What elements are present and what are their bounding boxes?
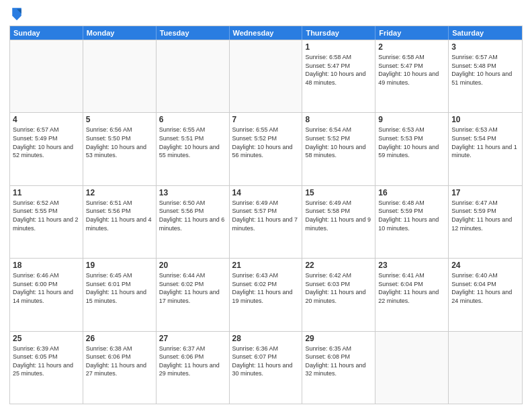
day-number: 28 [232, 334, 300, 343]
day-number: 12 [86, 188, 153, 197]
sunrise-text: Sunrise: 6:36 AM [232, 345, 300, 353]
sunrise-text: Sunrise: 6:46 AM [13, 271, 80, 280]
sunset-text: Sunset: 5:53 PM [378, 134, 445, 143]
header-day-monday: Monday [83, 26, 157, 40]
day-number: 18 [13, 261, 80, 270]
sunset-text: Sunset: 5:54 PM [451, 134, 519, 143]
calendar-header: SundayMondayTuesdayWednesdayThursdayFrid… [10, 26, 522, 40]
sunset-text: Sunset: 5:52 PM [232, 134, 300, 143]
sunrise-text: Sunrise: 6:41 AM [378, 271, 445, 280]
day-number: 27 [159, 334, 226, 343]
header-day-sunday: Sunday [10, 26, 83, 40]
daylight-text: Daylight: 10 hours and 56 minutes. [232, 143, 300, 160]
sunrise-text: Sunrise: 6:42 AM [305, 271, 372, 280]
sunrise-text: Sunrise: 6:55 AM [232, 126, 300, 134]
day-cell-26: 26Sunrise: 6:38 AMSunset: 6:06 PMDayligh… [83, 332, 157, 404]
header-day-friday: Friday [375, 26, 449, 40]
empty-cell [157, 40, 230, 112]
sunrise-text: Sunrise: 6:58 AM [378, 53, 445, 62]
daylight-text: Daylight: 11 hours and 25 minutes. [13, 361, 80, 378]
daylight-text: Daylight: 10 hours and 59 minutes. [378, 143, 445, 160]
day-cell-20: 20Sunrise: 6:44 AMSunset: 6:02 PMDayligh… [157, 259, 230, 330]
sunrise-text: Sunrise: 6:57 AM [451, 53, 519, 62]
day-cell-11: 11Sunrise: 6:52 AMSunset: 5:55 PMDayligh… [10, 186, 83, 258]
day-number: 17 [451, 188, 519, 197]
daylight-text: Daylight: 11 hours and 10 minutes. [378, 216, 445, 232]
day-info: Sunrise: 6:37 AMSunset: 6:06 PMDaylight:… [159, 345, 226, 378]
day-number: 15 [305, 188, 372, 197]
day-cell-2: 2Sunrise: 6:58 AMSunset: 5:47 PMDaylight… [375, 40, 449, 112]
day-number: 13 [159, 188, 226, 197]
sunrise-text: Sunrise: 6:39 AM [13, 345, 80, 353]
day-cell-29: 29Sunrise: 6:35 AMSunset: 6:08 PMDayligh… [302, 332, 375, 404]
daylight-text: Daylight: 11 hours and 17 minutes. [159, 288, 226, 305]
sunset-text: Sunset: 5:47 PM [305, 62, 372, 71]
day-number: 5 [86, 115, 153, 124]
day-cell-9: 9Sunrise: 6:53 AMSunset: 5:53 PMDaylight… [375, 113, 449, 185]
day-cell-4: 4Sunrise: 6:57 AMSunset: 5:49 PMDaylight… [10, 113, 83, 185]
sunrise-text: Sunrise: 6:51 AM [86, 199, 153, 208]
daylight-text: Daylight: 11 hours and 12 minutes. [451, 216, 519, 232]
sunset-text: Sunset: 5:48 PM [451, 62, 519, 71]
day-number: 10 [451, 115, 519, 124]
sunset-text: Sunset: 5:52 PM [305, 134, 372, 143]
sunrise-text: Sunrise: 6:48 AM [378, 199, 445, 208]
sunrise-text: Sunrise: 6:52 AM [13, 199, 80, 208]
day-info: Sunrise: 6:56 AMSunset: 5:50 PMDaylight:… [86, 126, 153, 159]
sunrise-text: Sunrise: 6:47 AM [451, 199, 519, 208]
sunset-text: Sunset: 5:55 PM [13, 207, 80, 216]
day-number: 16 [378, 188, 445, 197]
logo-icon [11, 7, 23, 21]
daylight-text: Daylight: 11 hours and 32 minutes. [305, 361, 372, 378]
day-info: Sunrise: 6:45 AMSunset: 6:01 PMDaylight:… [86, 271, 153, 305]
day-cell-14: 14Sunrise: 6:49 AMSunset: 5:57 PMDayligh… [230, 186, 303, 258]
day-info: Sunrise: 6:55 AMSunset: 5:52 PMDaylight:… [232, 126, 300, 159]
sunset-text: Sunset: 5:47 PM [378, 62, 445, 71]
day-info: Sunrise: 6:38 AMSunset: 6:06 PMDaylight:… [86, 345, 153, 378]
sunset-text: Sunset: 6:02 PM [159, 280, 226, 289]
daylight-text: Daylight: 11 hours and 7 minutes. [232, 216, 300, 232]
day-cell-25: 25Sunrise: 6:39 AMSunset: 6:05 PMDayligh… [10, 332, 83, 404]
day-info: Sunrise: 6:47 AMSunset: 5:59 PMDaylight:… [451, 199, 519, 232]
sunrise-text: Sunrise: 6:54 AM [305, 126, 372, 134]
day-cell-18: 18Sunrise: 6:46 AMSunset: 6:00 PMDayligh… [10, 259, 83, 330]
day-info: Sunrise: 6:54 AMSunset: 5:52 PMDaylight:… [305, 126, 372, 159]
day-info: Sunrise: 6:53 AMSunset: 5:54 PMDaylight:… [451, 126, 519, 159]
sunset-text: Sunset: 5:59 PM [378, 207, 445, 216]
sunset-text: Sunset: 6:06 PM [86, 353, 153, 361]
sunset-text: Sunset: 5:56 PM [86, 207, 153, 216]
day-cell-8: 8Sunrise: 6:54 AMSunset: 5:52 PMDaylight… [302, 113, 375, 185]
header-day-wednesday: Wednesday [230, 26, 303, 40]
sunset-text: Sunset: 6:08 PM [305, 353, 372, 361]
day-info: Sunrise: 6:44 AMSunset: 6:02 PMDaylight:… [159, 271, 226, 305]
sunrise-text: Sunrise: 6:45 AM [86, 271, 153, 280]
day-info: Sunrise: 6:57 AMSunset: 5:49 PMDaylight:… [13, 126, 80, 159]
empty-cell [375, 332, 449, 404]
sunset-text: Sunset: 6:01 PM [86, 280, 153, 289]
sunset-text: Sunset: 5:58 PM [305, 207, 372, 216]
day-cell-7: 7Sunrise: 6:55 AMSunset: 5:52 PMDaylight… [230, 113, 303, 185]
week-row-4: 25Sunrise: 6:39 AMSunset: 6:05 PMDayligh… [10, 331, 522, 404]
day-number: 9 [378, 115, 445, 124]
day-cell-10: 10Sunrise: 6:53 AMSunset: 5:54 PMDayligh… [449, 113, 522, 185]
empty-cell [449, 332, 522, 404]
sunset-text: Sunset: 5:59 PM [451, 207, 519, 216]
daylight-text: Daylight: 11 hours and 15 minutes. [86, 288, 153, 305]
sunset-text: Sunset: 6:02 PM [232, 280, 300, 289]
day-info: Sunrise: 6:35 AMSunset: 6:08 PMDaylight:… [305, 345, 372, 378]
day-number: 1 [305, 42, 372, 52]
daylight-text: Daylight: 11 hours and 22 minutes. [378, 288, 445, 305]
daylight-text: Daylight: 11 hours and 19 minutes. [232, 288, 300, 305]
daylight-text: Daylight: 11 hours and 9 minutes. [305, 216, 372, 232]
sunrise-text: Sunrise: 6:50 AM [159, 199, 226, 208]
day-info: Sunrise: 6:39 AMSunset: 6:05 PMDaylight:… [13, 345, 80, 378]
sunset-text: Sunset: 6:06 PM [159, 353, 226, 361]
sunset-text: Sunset: 6:05 PM [13, 353, 80, 361]
day-number: 24 [451, 261, 519, 270]
sunrise-text: Sunrise: 6:44 AM [159, 271, 226, 280]
day-info: Sunrise: 6:57 AMSunset: 5:48 PMDaylight:… [451, 53, 519, 87]
day-number: 7 [232, 115, 300, 124]
sunrise-text: Sunrise: 6:53 AM [451, 126, 519, 134]
sunset-text: Sunset: 6:00 PM [13, 280, 80, 289]
day-info: Sunrise: 6:40 AMSunset: 6:04 PMDaylight:… [451, 271, 519, 305]
